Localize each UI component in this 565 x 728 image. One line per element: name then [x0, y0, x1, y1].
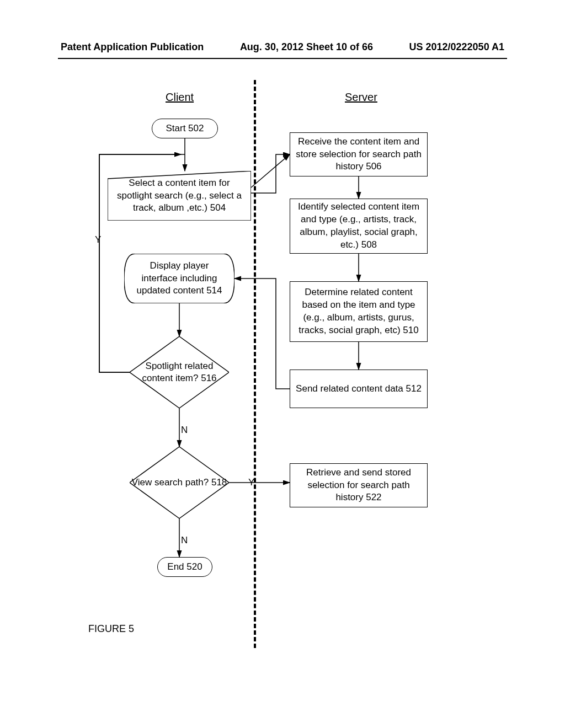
- process-select-504: Select a content item for spotlight sear…: [108, 171, 251, 221]
- display-514: Display player interface including updat…: [124, 254, 234, 303]
- flow-arrows: [0, 0, 565, 728]
